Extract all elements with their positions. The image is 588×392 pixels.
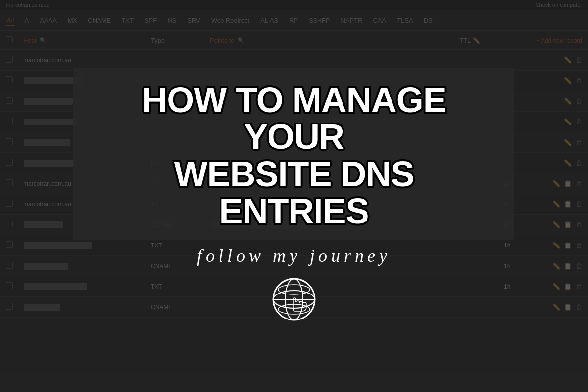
follow-my-journey-text: follow my journey xyxy=(197,245,391,266)
globe-container xyxy=(270,275,318,324)
main-title-line1: HOW TO MANAGE YOUR xyxy=(97,82,491,156)
svg-point-5 xyxy=(278,304,310,314)
title-block: HOW TO MANAGE YOUR WEBSITE DNS ENTRIES xyxy=(74,68,514,240)
overlay: HOW TO MANAGE YOUR WEBSITE DNS ENTRIES f… xyxy=(0,0,588,392)
globe-icon xyxy=(270,275,318,324)
main-title-line2: WEBSITE DNS ENTRIES xyxy=(97,156,491,230)
svg-point-4 xyxy=(278,285,310,294)
